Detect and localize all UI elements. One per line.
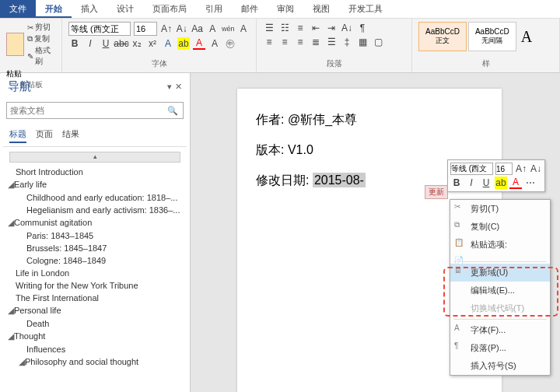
menu-tab-layout[interactable]: 页面布局	[143, 0, 196, 18]
mini-highlight-icon[interactable]: ab	[495, 177, 507, 189]
style-heading1[interactable]: A	[518, 25, 535, 49]
nav-item[interactable]: The First International	[6, 292, 184, 304]
format-painter-button[interactable]: ✎格式刷	[27, 45, 55, 67]
char-shading-icon[interactable]: A	[208, 37, 221, 50]
nav-tab-results[interactable]: 结果	[62, 127, 79, 143]
menu-tab-review[interactable]: 审阅	[268, 0, 303, 18]
menu-tab-design[interactable]: 设计	[107, 0, 143, 18]
underline-icon[interactable]: U	[100, 37, 112, 50]
menu-tab-mailings[interactable]: 邮件	[232, 0, 268, 18]
enclose-char-icon[interactable]: ㊥	[224, 37, 236, 50]
search-input[interactable]	[7, 106, 163, 115]
font-color-icon[interactable]: A	[193, 37, 205, 50]
nav-tab-headings[interactable]: 标题	[9, 127, 26, 143]
style-no-spacing[interactable]: AaBbCcD 无间隔	[468, 22, 516, 51]
date-field[interactable]: 2015-08-	[313, 173, 366, 187]
update-tag[interactable]: 更新	[425, 185, 448, 199]
search-box[interactable]: 🔍	[6, 102, 184, 119]
shrink-font-icon[interactable]: A↓	[176, 23, 188, 35]
align-left-icon[interactable]: ≡	[263, 36, 275, 48]
mini-shrink-icon[interactable]: A↓	[530, 163, 542, 175]
nav-item[interactable]: Life in London	[6, 267, 184, 279]
justify-icon[interactable]: ≣	[310, 36, 322, 48]
context-menu-item[interactable]: A字体(F)...	[450, 321, 550, 339]
nav-close-icon[interactable]: ✕	[175, 82, 182, 92]
numbering-icon[interactable]: ☷	[278, 22, 291, 34]
multilevel-icon[interactable]: ≡	[294, 22, 306, 34]
nav-tab-pages[interactable]: 页面	[36, 127, 53, 143]
mini-grow-icon[interactable]: A↑	[515, 163, 527, 175]
nav-item[interactable]: Cologne: 1848–1849	[6, 254, 184, 267]
file-tab[interactable]: 文件	[0, 0, 36, 18]
strike-icon[interactable]: abc	[115, 37, 128, 50]
borders-icon[interactable]: ▢	[372, 36, 384, 48]
version-line: 版本: V1.0	[256, 142, 483, 159]
paste-icon[interactable]	[6, 33, 24, 56]
nav-item[interactable]: Hegelianism and early activism: 1836–...	[6, 204, 184, 216]
sort-icon[interactable]: A↓	[341, 22, 353, 34]
ribbon-clipboard: ✂剪切 ⧉复制 ✎格式刷 粘贴 剪贴板	[0, 19, 62, 72]
grow-font-icon[interactable]: A↑	[160, 23, 173, 35]
subscript-icon[interactable]: x₂	[131, 37, 143, 50]
text-effects-icon[interactable]: A	[162, 37, 174, 50]
nav-item[interactable]: Brussels: 1845–1847	[6, 242, 184, 254]
nav-dropdown-icon[interactable]: ▾	[167, 82, 172, 92]
nav-item[interactable]: Short Introduction	[6, 166, 184, 178]
search-icon[interactable]: 🔍	[163, 106, 183, 116]
line-spacing-icon[interactable]: ‡	[341, 36, 353, 48]
superscript-icon[interactable]: x²	[146, 37, 159, 50]
context-menu-item[interactable]: ✂剪切(T)	[450, 200, 550, 218]
font-size-select[interactable]	[134, 22, 157, 36]
menu-tab-insert[interactable]: 插入	[72, 0, 107, 18]
change-case-icon[interactable]: Aa	[191, 23, 204, 35]
phonetic-icon[interactable]: wén	[222, 23, 234, 35]
menu-tab-references[interactable]: 引用	[196, 0, 232, 18]
mini-italic-icon[interactable]: I	[465, 177, 478, 189]
distribute-icon[interactable]: ☰	[325, 36, 338, 48]
shading-icon[interactable]: ▦	[356, 36, 369, 48]
cut-button[interactable]: ✂剪切	[27, 22, 55, 33]
nav-item[interactable]: ◢Philosophy and social thought	[6, 355, 184, 369]
indent-left-icon[interactable]: ⇤	[310, 22, 322, 34]
menu-tab-developer[interactable]: 开发工具	[339, 0, 392, 18]
menu-tab-home[interactable]: 开始	[36, 0, 72, 18]
menu-item-icon	[454, 284, 465, 295]
nav-item[interactable]: Paris: 1843–1845	[6, 229, 184, 242]
context-menu-item[interactable]: ¶段落(P)...	[450, 339, 550, 357]
bold-icon[interactable]: B	[68, 37, 81, 50]
nav-item[interactable]: Writing for the New York Tribune	[6, 279, 184, 292]
mini-font-family[interactable]	[450, 163, 493, 175]
copy-button[interactable]: ⧉复制	[27, 33, 55, 44]
nav-item[interactable]: Childhood and early education: 1818–...	[6, 191, 184, 204]
nav-item[interactable]: ◢Thought	[6, 330, 184, 343]
mini-bold-icon[interactable]: B	[450, 177, 463, 189]
highlight-icon[interactable]: ab	[177, 37, 190, 50]
bullets-icon[interactable]: ☰	[263, 22, 275, 34]
clear-format-icon[interactable]: A	[206, 23, 219, 35]
mini-more-icon[interactable]: ⋯	[524, 177, 537, 189]
context-menu-item[interactable]: 📋粘贴选项:	[450, 236, 550, 254]
menu-tab-view[interactable]: 视图	[303, 0, 339, 18]
nav-item[interactable]: ◢Personal life	[6, 304, 184, 317]
mini-underline-icon[interactable]: U	[480, 177, 492, 189]
indent-right-icon[interactable]: ⇥	[325, 22, 338, 34]
char-border-icon[interactable]: A	[237, 23, 250, 35]
nav-item[interactable]: ◢Communist agitation	[6, 216, 184, 229]
show-marks-icon[interactable]: ¶	[356, 22, 369, 34]
context-menu-item[interactable]: 插入符号(S)	[450, 357, 550, 375]
align-right-icon[interactable]: ≡	[294, 36, 306, 48]
font-family-select[interactable]	[68, 22, 131, 36]
align-center-icon[interactable]: ≡	[278, 36, 291, 48]
context-menu-item[interactable]: 🗎更新域(U)	[450, 264, 550, 282]
italic-icon[interactable]: I	[84, 37, 96, 50]
collapse-all-button[interactable]: ▴	[9, 152, 180, 163]
mini-font-color-icon[interactable]: A	[509, 177, 522, 189]
nav-item[interactable]: ◢Early life	[6, 178, 184, 191]
context-menu-item[interactable]: 编辑域(E)...	[450, 282, 550, 299]
mini-font-size[interactable]	[495, 163, 513, 175]
nav-item[interactable]: Influences	[6, 343, 184, 355]
nav-item[interactable]: Death	[6, 317, 184, 330]
style-normal[interactable]: AaBbCcD 正文	[418, 22, 467, 51]
context-menu-item[interactable]: 📄	[450, 254, 550, 260]
context-menu-item[interactable]: ⧉复制(C)	[450, 218, 550, 236]
